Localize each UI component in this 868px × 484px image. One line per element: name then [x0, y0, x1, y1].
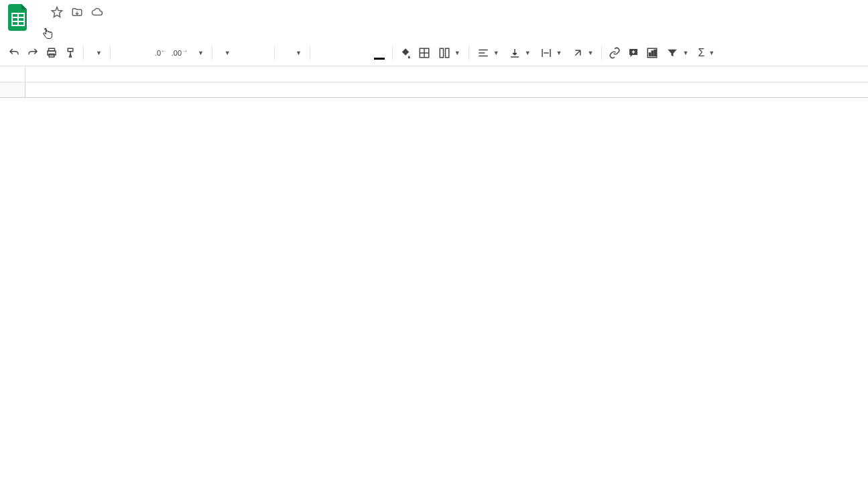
- separator: [212, 46, 212, 60]
- svg-rect-10: [440, 48, 443, 58]
- text-wrap-button[interactable]: ▼: [536, 44, 566, 62]
- svg-rect-21: [654, 50, 656, 56]
- paint-format-button[interactable]: [62, 44, 79, 62]
- number-format-select[interactable]: ▼: [190, 44, 208, 62]
- separator: [310, 46, 310, 60]
- menu-edit[interactable]: [49, 27, 58, 32]
- star-icon[interactable]: [51, 6, 63, 18]
- cells-area: [0, 98, 868, 484]
- filter-button[interactable]: ▼: [662, 44, 692, 62]
- insert-link-button[interactable]: [606, 44, 623, 62]
- borders-button[interactable]: [416, 44, 433, 62]
- separator: [469, 46, 469, 60]
- menu-file[interactable]: [38, 27, 47, 32]
- separator: [392, 46, 393, 60]
- menu-format[interactable]: [83, 27, 92, 32]
- separator: [601, 46, 602, 60]
- font-select[interactable]: ▼: [216, 44, 270, 62]
- menu-help[interactable]: [129, 27, 138, 32]
- text-rotation-button[interactable]: ▼: [568, 44, 598, 62]
- menu-tools[interactable]: [106, 27, 115, 32]
- select-all-corner[interactable]: [0, 82, 25, 97]
- fx-label: [0, 66, 25, 82]
- decrease-decimal-button[interactable]: .0←: [152, 44, 170, 62]
- print-button[interactable]: [43, 44, 60, 62]
- italic-button[interactable]: [333, 44, 351, 62]
- insert-chart-button[interactable]: [643, 44, 661, 62]
- insert-comment-button[interactable]: [625, 44, 642, 62]
- percent-button[interactable]: [133, 44, 151, 62]
- formula-input[interactable]: [25, 66, 868, 82]
- toolbar: ▼ .0← .00→ ▼ ▼ ▼ ▼ ▼ ▼ ▼ ▼ ▼ Σ▼: [0, 40, 868, 66]
- separator: [274, 46, 275, 60]
- cloud-icon[interactable]: [91, 6, 103, 18]
- zoom-select[interactable]: ▼: [88, 44, 106, 62]
- formula-bar: [0, 66, 868, 82]
- bold-button[interactable]: [314, 44, 332, 62]
- separator: [83, 46, 84, 60]
- title-row: [38, 4, 863, 20]
- spreadsheet-grid: [0, 82, 868, 484]
- strikethrough-button[interactable]: [352, 44, 369, 62]
- font-size-select[interactable]: ▼: [279, 44, 306, 62]
- fill-color-button[interactable]: [397, 44, 414, 62]
- vertical-align-button[interactable]: ▼: [505, 44, 535, 62]
- svg-rect-20: [652, 51, 654, 56]
- horizontal-align-button[interactable]: ▼: [473, 44, 503, 62]
- currency-button[interactable]: [115, 44, 132, 62]
- header: [0, 0, 868, 38]
- column-headers: [0, 82, 868, 98]
- sheets-logo-icon[interactable]: [5, 4, 32, 31]
- redo-button[interactable]: [24, 44, 42, 62]
- svg-rect-11: [445, 48, 448, 58]
- functions-button[interactable]: Σ▼: [694, 44, 719, 62]
- menu-view[interactable]: [60, 27, 70, 32]
- document-title[interactable]: [38, 11, 43, 13]
- increase-decimal-button[interactable]: .00→: [171, 44, 188, 62]
- svg-rect-19: [649, 53, 651, 56]
- menu-data[interactable]: [95, 27, 104, 32]
- undo-button[interactable]: [5, 44, 23, 62]
- menubar: [38, 21, 863, 38]
- menu-addons[interactable]: [117, 27, 127, 32]
- merge-cells-button[interactable]: ▼: [434, 44, 464, 62]
- text-color-button[interactable]: [371, 44, 388, 62]
- separator: [110, 46, 111, 60]
- move-icon[interactable]: [71, 6, 83, 18]
- menu-insert[interactable]: [72, 27, 81, 32]
